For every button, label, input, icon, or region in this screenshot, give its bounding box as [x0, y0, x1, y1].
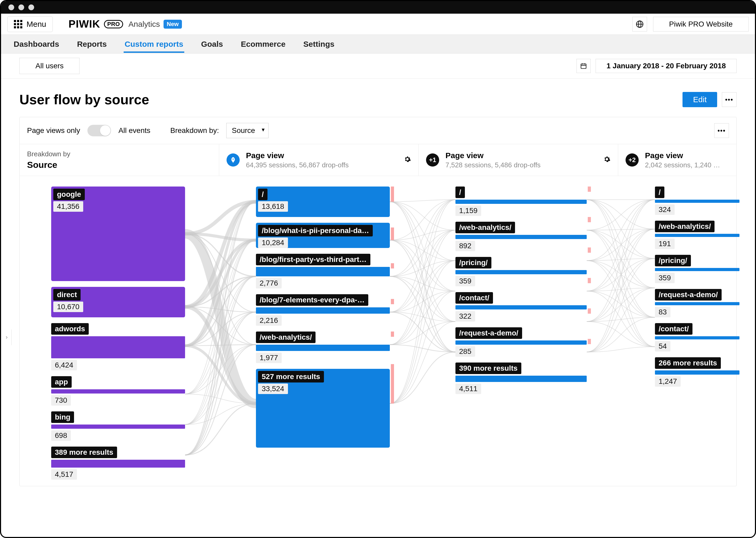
breakdown-by-label: Breakdown by: — [170, 126, 219, 135]
svg-rect-3 — [581, 64, 587, 68]
flow-node-value: 2,776 — [256, 278, 282, 289]
site-selector[interactable]: Piwik PRO Website — [653, 17, 749, 31]
flow-node-value: 41,356 — [53, 201, 83, 212]
tab-settings[interactable]: Settings — [303, 35, 336, 53]
flow-node[interactable]: /pricing/359 — [455, 257, 587, 286]
gear-icon[interactable] — [603, 155, 611, 165]
calendar-icon[interactable] — [577, 59, 591, 73]
date-range-picker[interactable]: 1 January 2018 - 20 February 2018 — [595, 59, 736, 73]
flow-node[interactable]: /contact/322 — [455, 292, 587, 322]
dropoff-indicator — [588, 187, 591, 192]
flow-node[interactable]: /request-a-demo/83 — [655, 289, 739, 317]
stage1-sub: 64,395 sessions, 56,867 drop-offs — [246, 161, 349, 169]
flow-node[interactable]: /web-analytics/191 — [655, 221, 739, 249]
flow-node[interactable]: bing698 — [51, 411, 185, 441]
window-titlebar — [1, 1, 755, 14]
flow-node-label: google — [53, 188, 85, 200]
traffic-light-min[interactable] — [19, 4, 24, 10]
flow-node-value: 698 — [51, 430, 71, 441]
flow-node-value: 324 — [655, 204, 675, 215]
traffic-light-close[interactable] — [8, 4, 14, 10]
flow-node[interactable]: /1,159 — [455, 187, 587, 216]
tab-dashboards[interactable]: Dashboards — [13, 35, 60, 53]
flow-node-value: 285 — [455, 346, 475, 357]
badge-plus1: +1 — [426, 153, 439, 167]
flow-node[interactable]: /request-a-demo/285 — [455, 327, 587, 357]
tab-ecommerce[interactable]: Ecommerce — [240, 35, 286, 53]
flow-node[interactable]: adwords6,424 — [51, 323, 185, 370]
flow-node-value: 13,618 — [258, 201, 288, 212]
flow-node-label: / — [455, 187, 465, 198]
brand-piwik: PIWIK — [69, 18, 100, 30]
dropoff-indicator — [588, 247, 591, 253]
flow-node[interactable]: 527 more results33,524 — [256, 369, 390, 448]
flow-diagram[interactable]: google41,356direct10,670adwords6,424app7… — [20, 176, 736, 486]
flow-node[interactable]: 389 more results4,517 — [51, 447, 185, 480]
flow-node[interactable]: /blog/first-party-vs-third-part…2,776 — [256, 254, 390, 289]
brand: PIWIK PRO Analytics New — [69, 18, 182, 30]
flow-node-label: / — [258, 188, 267, 200]
tab-custom-reports[interactable]: Custom reports — [124, 35, 184, 53]
dropoff-indicator — [588, 278, 591, 283]
brand-analytics: Analytics — [128, 20, 160, 28]
flow-node[interactable]: /pricing/359 — [655, 255, 739, 283]
report-more-icon[interactable]: ••• — [722, 92, 736, 107]
stage-header-2: +1 Page view 7,528 sessions, 5,486 drop-… — [419, 144, 618, 176]
flow-node[interactable]: /web-analytics/1,977 — [256, 332, 390, 363]
flow-node-label: adwords — [51, 323, 89, 335]
brand-pro: PRO — [104, 20, 123, 28]
flow-node-label: /pricing/ — [655, 255, 691, 266]
flow-node-label: /blog/what-is-pii-personal-da… — [258, 225, 373, 237]
tab-reports[interactable]: Reports — [76, 35, 108, 53]
events-toggle[interactable] — [87, 125, 111, 136]
flow-node-label: 266 more results — [655, 357, 721, 369]
controls-more-icon[interactable]: ••• — [714, 123, 729, 138]
edit-button[interactable]: Edit — [683, 92, 717, 107]
breakdown-small-label: Breakdown by — [27, 150, 71, 158]
flow-node[interactable]: google41,356 — [51, 187, 185, 281]
flow-node[interactable]: /blog/7-elements-every-dpa-…2,216 — [256, 294, 390, 326]
sidebar-expand-icon[interactable]: › — [2, 329, 12, 345]
flow-node-value: 322 — [455, 311, 475, 322]
flow-node[interactable]: /324 — [655, 187, 739, 215]
stage2-sub: 7,528 sessions, 5,486 drop-offs — [446, 161, 541, 169]
flow-node[interactable]: /contact/54 — [655, 323, 739, 351]
grid-icon — [14, 20, 22, 28]
flow-node-value: 4,517 — [51, 469, 77, 480]
flow-node-label: /pricing/ — [455, 257, 492, 268]
dropoff-indicator — [588, 308, 591, 314]
tab-goals[interactable]: Goals — [200, 35, 224, 53]
breakdown-big-label: Source — [27, 160, 57, 170]
flow-node-value: 10,670 — [53, 301, 83, 312]
flow-node[interactable]: 266 more results1,247 — [655, 357, 739, 387]
flow-node[interactable]: /blog/what-is-pii-personal-da…10,284 — [256, 223, 390, 248]
flow-node[interactable]: direct10,670 — [51, 287, 185, 317]
flow-node-value: 4,511 — [455, 384, 481, 394]
menu-button[interactable]: Menu — [7, 16, 53, 32]
flow-node-label: 390 more results — [455, 362, 521, 374]
globe-icon[interactable] — [632, 17, 647, 31]
flow-node-label: /blog/7-elements-every-dpa-… — [256, 294, 368, 306]
flow-node-value: 54 — [655, 341, 670, 351]
flow-node-value: 10,284 — [258, 238, 288, 248]
flow-node[interactable]: /13,618 — [256, 187, 390, 217]
flow-node[interactable]: 390 more results4,511 — [455, 362, 587, 394]
stage-header-breakdown: Breakdown by Source — [20, 144, 219, 176]
site-name: Piwik PRO Website — [669, 20, 732, 28]
dropoff-indicator — [391, 332, 394, 337]
flow-node-value: 83 — [655, 307, 670, 317]
rocket-icon — [226, 153, 240, 167]
stage1-title: Page view — [246, 151, 349, 160]
flow-node-label: / — [655, 187, 664, 198]
flow-node-label: /request-a-demo/ — [655, 289, 722, 300]
flow-node[interactable]: /web-analytics/892 — [455, 222, 587, 251]
gear-icon[interactable] — [404, 155, 411, 165]
breakdown-select[interactable]: Source — [226, 123, 268, 138]
flow-column: /1,159/web-analytics/892/pricing/359/con… — [455, 187, 587, 400]
flow-node-label: direct — [53, 289, 80, 300]
traffic-light-max[interactable] — [28, 4, 34, 10]
flow-node-value: 33,524 — [258, 384, 288, 394]
flow-node[interactable]: app730 — [51, 376, 185, 405]
menu-label: Menu — [26, 20, 46, 28]
segment-button[interactable]: All users — [20, 58, 79, 74]
